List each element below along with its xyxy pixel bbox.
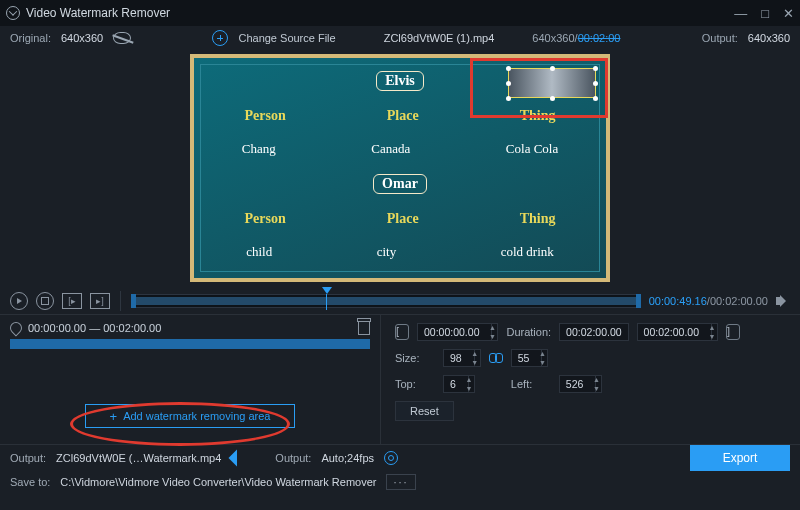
output-format-value: Auto;24fps: [321, 452, 374, 464]
browse-path-button[interactable]: ···: [386, 474, 415, 490]
preview-name2: Omar: [373, 174, 427, 194]
footer-output: Output: ZCl69dVtW0E (…Watermark.mp4 Outp…: [0, 444, 800, 470]
duration-label: Duration:: [506, 326, 551, 338]
output-dims: 640x360: [748, 32, 790, 44]
time-display: 00:00:49.16/00:02:00.00: [649, 295, 768, 307]
save-to-label: Save to:: [10, 476, 50, 488]
source-filename: ZCl69dVtW0E (1).mp4: [384, 32, 495, 44]
left-label: Left:: [511, 378, 551, 390]
add-watermark-area-button[interactable]: + Add watermark removing area: [85, 404, 295, 428]
transport-bar: [▸ ▸] 00:00:49.16/00:02:00.00: [0, 288, 800, 314]
left-field[interactable]: 526▲▼: [559, 375, 603, 393]
plus-icon: +: [110, 410, 118, 423]
top-label: Top:: [395, 378, 435, 390]
mark-out-button[interactable]: ▸]: [90, 293, 110, 309]
segments-panel: 00:00:00.00 — 00:02:00.00 + Add watermar…: [0, 315, 380, 444]
plus-circle-icon[interactable]: [212, 30, 228, 46]
reset-button[interactable]: Reset: [395, 401, 454, 421]
app-logo-icon: [6, 6, 20, 20]
properties-panel: [ 00:00:00.00▲▼ Duration:00:02:00.00 00:…: [380, 315, 800, 444]
link-aspect-icon[interactable]: [489, 353, 503, 363]
segment-time: 00:00:00.00 — 00:02:00.00: [28, 322, 161, 334]
edit-output-icon[interactable]: [229, 449, 246, 466]
window-buttons: — □ ✕: [734, 6, 794, 21]
size-label: Size:: [395, 352, 435, 364]
range-handle-left[interactable]: [131, 294, 136, 308]
bracket-end-button[interactable]: ]: [726, 324, 740, 340]
top-field[interactable]: 6▲▼: [443, 375, 475, 393]
original-dims: 640x360: [61, 32, 103, 44]
titlebar: Video Watermark Remover — □ ✕: [0, 0, 800, 26]
output-dims-label: Output:: [702, 32, 738, 44]
play-button[interactable]: [10, 292, 28, 310]
height-field[interactable]: 55▲▼: [511, 349, 549, 367]
video-preview[interactable]: Elvis Person Place Thing Chang Canada Co…: [190, 54, 610, 282]
visibility-toggle-icon[interactable]: [113, 32, 131, 44]
pin-icon: [8, 320, 25, 337]
preview-name1: Elvis: [376, 71, 424, 91]
duration-field[interactable]: 00:02:00.00: [559, 323, 628, 341]
stop-button[interactable]: [36, 292, 54, 310]
minimize-button[interactable]: —: [734, 6, 747, 21]
start-time-field[interactable]: 00:00:00.00▲▼: [417, 323, 498, 341]
original-label: Original:: [10, 32, 51, 44]
maximize-button[interactable]: □: [761, 6, 769, 21]
old-dims: 640x360/00:02:00: [532, 32, 620, 44]
source-bar: Original: 640x360 Change Source File ZCl…: [0, 26, 800, 50]
settings-icon[interactable]: [384, 451, 398, 465]
save-path: C:\Vidmore\Vidmore Video Converter\Video…: [60, 476, 376, 488]
change-source-link[interactable]: Change Source File: [238, 32, 335, 44]
output-file-value: ZCl69dVtW0E (…Watermark.mp4: [56, 452, 221, 464]
delete-segment-icon[interactable]: [358, 321, 370, 335]
output-file-label: Output:: [10, 452, 46, 464]
annotation-red-box: [470, 58, 608, 118]
preview-area: Elvis Person Place Thing Chang Canada Co…: [0, 50, 800, 288]
timeline-scrubber[interactable]: [131, 294, 641, 308]
playhead[interactable]: [322, 287, 332, 310]
footer-save: Save to: C:\Vidmore\Vidmore Video Conver…: [0, 470, 800, 494]
segment-bar[interactable]: [10, 339, 370, 349]
width-field[interactable]: 98▲▼: [443, 349, 481, 367]
range-handle-right[interactable]: [636, 294, 641, 308]
close-button[interactable]: ✕: [783, 6, 794, 21]
mark-in-button[interactable]: [▸: [62, 293, 82, 309]
export-button[interactable]: Export: [690, 445, 790, 471]
volume-icon[interactable]: [776, 295, 790, 307]
bracket-start-button[interactable]: [: [395, 324, 409, 340]
output-format-label: Output:: [275, 452, 311, 464]
app-title: Video Watermark Remover: [26, 6, 170, 20]
end-time-field[interactable]: 00:02:00.00▲▼: [637, 323, 718, 341]
